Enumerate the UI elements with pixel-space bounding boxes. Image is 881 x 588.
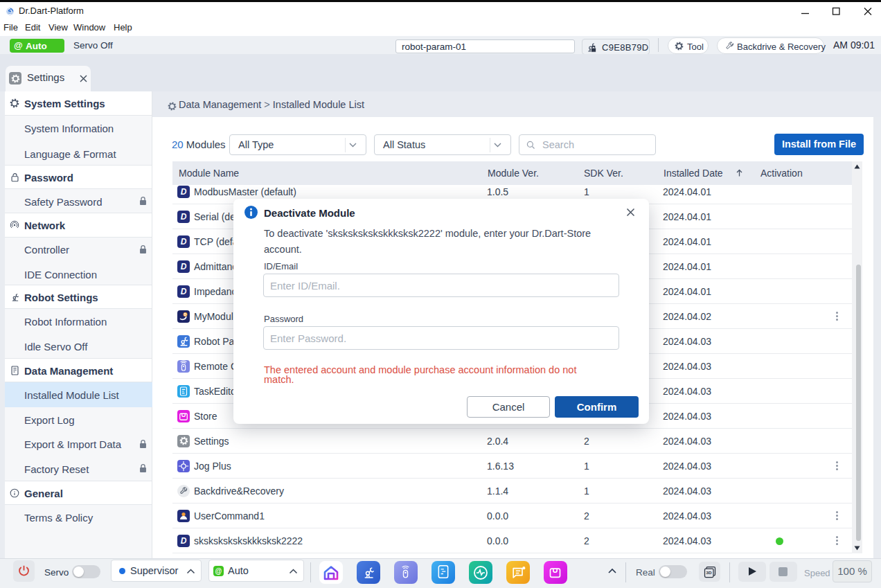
svg-text:3D: 3D <box>706 569 711 574</box>
svg-text:D: D <box>184 312 187 317</box>
